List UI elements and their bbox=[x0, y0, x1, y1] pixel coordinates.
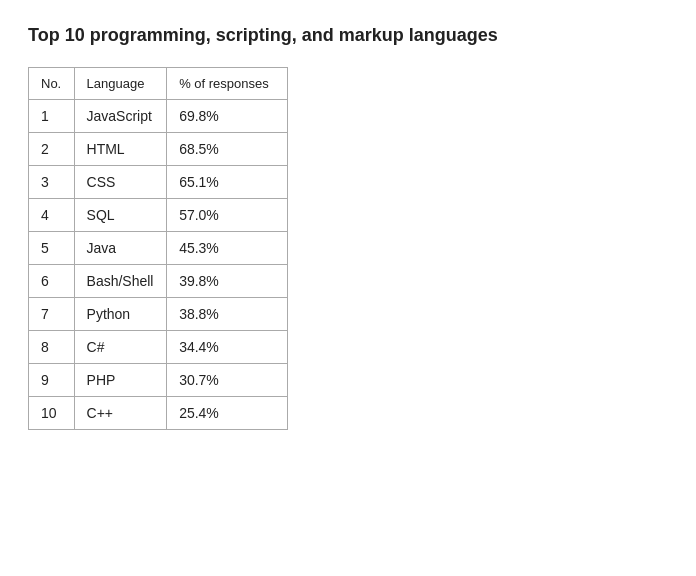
cell-no: 9 bbox=[29, 364, 75, 397]
languages-table: No. Language % of responses 1JavaScript6… bbox=[28, 67, 288, 430]
table-row: 9PHP30.7% bbox=[29, 364, 288, 397]
cell-no: 6 bbox=[29, 265, 75, 298]
header-no: No. bbox=[29, 68, 75, 100]
cell-percent: 30.7% bbox=[167, 364, 288, 397]
cell-percent: 65.1% bbox=[167, 166, 288, 199]
cell-language: JavaScript bbox=[74, 100, 167, 133]
cell-language: Python bbox=[74, 298, 167, 331]
table-row: 6Bash/Shell39.8% bbox=[29, 265, 288, 298]
cell-language: SQL bbox=[74, 199, 167, 232]
cell-no: 10 bbox=[29, 397, 75, 430]
cell-language: Java bbox=[74, 232, 167, 265]
table-row: 5Java45.3% bbox=[29, 232, 288, 265]
table-row: 4SQL57.0% bbox=[29, 199, 288, 232]
cell-percent: 25.4% bbox=[167, 397, 288, 430]
cell-percent: 45.3% bbox=[167, 232, 288, 265]
cell-percent: 57.0% bbox=[167, 199, 288, 232]
cell-language: HTML bbox=[74, 133, 167, 166]
table-header-row: No. Language % of responses bbox=[29, 68, 288, 100]
cell-no: 8 bbox=[29, 331, 75, 364]
cell-percent: 34.4% bbox=[167, 331, 288, 364]
cell-no: 1 bbox=[29, 100, 75, 133]
page-title: Top 10 programming, scripting, and marku… bbox=[28, 24, 668, 47]
cell-no: 4 bbox=[29, 199, 75, 232]
cell-no: 5 bbox=[29, 232, 75, 265]
table-row: 3CSS65.1% bbox=[29, 166, 288, 199]
cell-language: PHP bbox=[74, 364, 167, 397]
table-row: 10C++25.4% bbox=[29, 397, 288, 430]
cell-percent: 39.8% bbox=[167, 265, 288, 298]
header-percent: % of responses bbox=[167, 68, 288, 100]
cell-percent: 68.5% bbox=[167, 133, 288, 166]
table-row: 8C#34.4% bbox=[29, 331, 288, 364]
cell-language: C++ bbox=[74, 397, 167, 430]
cell-no: 2 bbox=[29, 133, 75, 166]
header-language: Language bbox=[74, 68, 167, 100]
cell-percent: 69.8% bbox=[167, 100, 288, 133]
cell-no: 7 bbox=[29, 298, 75, 331]
table-row: 1JavaScript69.8% bbox=[29, 100, 288, 133]
table-row: 2HTML68.5% bbox=[29, 133, 288, 166]
cell-percent: 38.8% bbox=[167, 298, 288, 331]
cell-no: 3 bbox=[29, 166, 75, 199]
cell-language: C# bbox=[74, 331, 167, 364]
cell-language: CSS bbox=[74, 166, 167, 199]
table-row: 7Python38.8% bbox=[29, 298, 288, 331]
cell-language: Bash/Shell bbox=[74, 265, 167, 298]
